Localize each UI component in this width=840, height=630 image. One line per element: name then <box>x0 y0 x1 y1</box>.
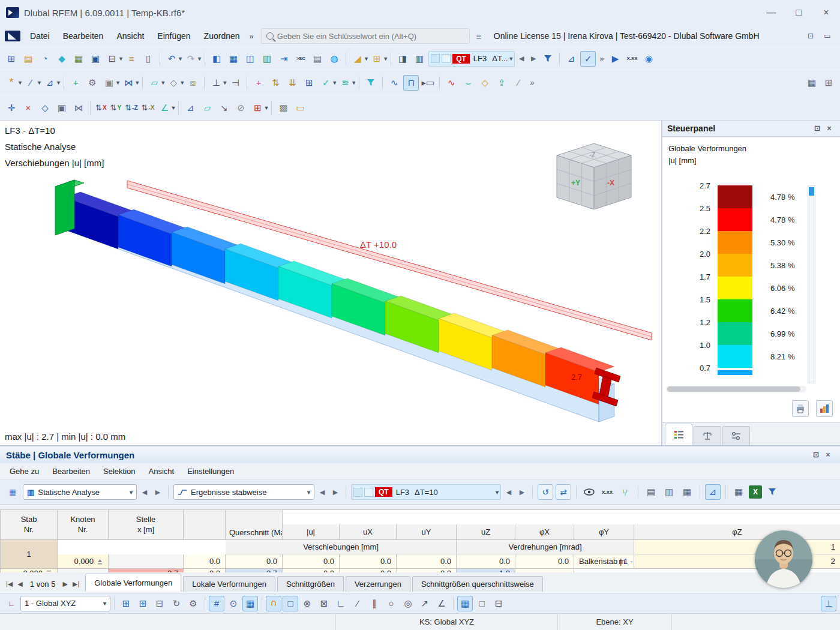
insert-column-icon[interactable]: ◨ <box>395 51 410 67</box>
grid-points-icon[interactable]: □ <box>474 596 490 611</box>
loadcase-dropdown-icon[interactable]: ▾ <box>509 55 512 62</box>
menu-einstellungen[interactable]: Einstellungen <box>181 464 240 478</box>
navigator-panel-icon[interactable]: ◧ <box>209 51 224 67</box>
printout-report-icon[interactable]: ▤ <box>310 51 325 67</box>
table-manager-icon[interactable]: ▥ <box>259 51 275 67</box>
sc-display-icon[interactable]: >SC <box>293 51 308 67</box>
add-table-icon[interactable]: ⊞ <box>821 75 836 91</box>
open-model-icon[interactable]: ▤ <box>20 51 36 67</box>
goto-table-icon[interactable]: ⇥ <box>276 51 292 67</box>
grid-settings-icon[interactable]: ⚙ <box>185 596 201 611</box>
scene-3d[interactable]: +Y -X -Z <box>0 121 661 446</box>
edit-load-dropdown-icon[interactable]: ▾ <box>365 55 368 62</box>
cell-uz[interactable]: 0.0 <box>340 554 397 569</box>
viewport-3d[interactable]: +Y -X -Z LF3 - ΔT=10 Statische Analyse V… <box>0 120 661 445</box>
minimize-button[interactable]: — <box>757 0 785 25</box>
tab-schnittgroessen[interactable]: Schnittgrößen <box>277 576 344 592</box>
new-line-icon[interactable]: ∕ <box>23 75 38 91</box>
section-icon[interactable]: ∕ <box>511 75 526 91</box>
view-x-icon[interactable]: ⇅X <box>94 100 108 116</box>
visibility-eye-icon[interactable] <box>581 484 597 500</box>
result-on-members-icon[interactable]: ⊓ <box>403 75 419 91</box>
undo-dropdown-icon[interactable]: ▾ <box>179 55 182 62</box>
results-loadcase-selector[interactable]: QT LF3 ΔT=10 ▾ <box>351 484 501 500</box>
sheet-icon[interactable]: ▭ <box>292 100 308 116</box>
smooth-results-icon[interactable]: ⌣ <box>460 75 476 91</box>
new-line-dropdown-icon[interactable]: ▾ <box>38 79 41 86</box>
walkthrough-icon[interactable]: ⇪ <box>494 75 509 91</box>
results-filter-icon[interactable] <box>764 484 780 500</box>
coordinate-system-dropdown[interactable]: 1 - Global XYZ ▾ <box>20 596 110 611</box>
redo-icon[interactable]: ↷ <box>183 51 199 67</box>
remove-guide-icon[interactable]: ⊟ <box>152 596 167 611</box>
legend-options-button[interactable] <box>816 400 833 417</box>
excel-export-icon[interactable]: X <box>749 485 762 499</box>
table-view1-icon[interactable]: ▤ <box>643 484 659 500</box>
clipping-icon[interactable]: ⊘ <box>233 100 248 116</box>
results-prev-loadcase-button[interactable]: ◀ <box>503 485 514 499</box>
rendered-view-icon[interactable]: ◆ <box>54 51 70 67</box>
save-icon[interactable]: ▣ <box>88 51 103 67</box>
redo-dropdown-icon[interactable]: ▾ <box>198 55 201 62</box>
visibility-filter-icon[interactable] <box>363 75 379 91</box>
navigation-cube[interactable]: +Y -X -Z <box>557 143 631 209</box>
clipboard-icon[interactable]: ▯ <box>140 51 156 67</box>
legend-color-scale[interactable] <box>718 185 752 375</box>
close-button[interactable]: × <box>812 0 840 25</box>
beam-3d[interactable] <box>55 180 620 406</box>
cell-uy[interactable]: 0.0 <box>283 554 340 569</box>
color-render-icon[interactable]: ▩ <box>275 100 291 116</box>
zoom-reset-icon[interactable]: × <box>20 100 36 116</box>
print-icon[interactable]: ⊟ <box>104 51 120 67</box>
prev-analysis-button[interactable]: ◀ <box>139 485 150 499</box>
filter-funnel-icon[interactable] <box>540 51 556 67</box>
print-dropdown-icon[interactable]: ▾ <box>119 55 122 62</box>
sync-selection-button[interactable]: ↺ <box>538 484 553 500</box>
surface-load-icon[interactable]: ⇊ <box>284 75 300 91</box>
table-view3-icon[interactable]: ▦ <box>679 484 695 500</box>
toolbar-overflow-icon[interactable]: » <box>597 54 606 63</box>
navcube-z-label[interactable]: -Z <box>589 151 596 158</box>
snap-tangent-icon[interactable]: ∕ <box>350 596 365 611</box>
workplane-xy-icon[interactable]: ⊥ <box>821 596 836 611</box>
cell-x[interactable]: 0.000 <box>58 554 109 569</box>
table-grid-icon[interactable]: ▦ <box>804 75 820 91</box>
float-results-icon[interactable]: ⊡ <box>810 449 822 461</box>
previous-view-icon[interactable]: ⋈ <box>71 100 86 116</box>
snap-intersection-icon[interactable]: ⊗ <box>299 596 315 611</box>
new-member-dropdown-icon[interactable]: ▾ <box>57 79 60 86</box>
rotate-dropdown-icon[interactable]: ▾ <box>172 104 175 111</box>
float-panel-icon[interactable]: ⊡ <box>811 122 823 134</box>
pan-icon[interactable]: ✛ <box>4 100 19 116</box>
cell-stab-nr[interactable]: 1 <box>1 540 58 569</box>
result-mode-dropdown[interactable]: Ergebnisse stabweise ▾ <box>173 484 314 500</box>
support-dropdown-icon[interactable]: ▾ <box>223 79 226 86</box>
menu-gehe-zu[interactable]: Gehe zu <box>4 464 45 478</box>
snap-quadrant-icon[interactable]: ◎ <box>400 596 416 611</box>
close-panel-icon[interactable]: × <box>823 122 835 134</box>
tab-display-filter[interactable] <box>722 426 750 445</box>
add-guide-icon[interactable]: ⊞ <box>135 596 151 611</box>
panel-print-button[interactable] <box>792 400 809 417</box>
search-list-icon[interactable]: ≡ <box>471 28 487 44</box>
menu-res-ansicht[interactable]: Ansicht <box>143 464 181 478</box>
copy-object-icon[interactable]: ▣ <box>101 75 117 91</box>
legend-scrollbar-thumb[interactable] <box>809 187 814 196</box>
relations-tree-icon[interactable]: ⑂ <box>617 484 633 500</box>
node-tools-icon[interactable]: + <box>68 75 83 91</box>
dlubal-center-icon[interactable]: ◔ <box>37 51 53 67</box>
next-mode-button[interactable]: ▶ <box>330 485 341 499</box>
analysis-dropdown[interactable]: ▥ Statische Analyse ▾ <box>23 484 137 500</box>
table-chart-icon[interactable]: ⊿ <box>705 484 721 500</box>
cell-phiy[interactable]: 0.0 <box>457 554 515 569</box>
close-results-icon[interactable]: × <box>822 449 834 461</box>
qt-badge[interactable]: QT <box>452 54 470 64</box>
new-node-dropdown-icon[interactable]: ▾ <box>19 79 22 86</box>
workplane-icon[interactable]: ▱ <box>199 100 215 116</box>
new-model-icon[interactable]: ⊞ <box>4 51 19 67</box>
table-mode-icon[interactable]: ▦ <box>5 484 20 500</box>
tab-lokale-verformungen[interactable]: Lokale Verformungen <box>183 576 275 592</box>
animation-icon[interactable]: ▸▭ <box>420 75 436 91</box>
edit-grid-icon[interactable]: ⊞ <box>118 596 134 611</box>
display-dropdown-icon[interactable]: ▾ <box>265 104 268 111</box>
